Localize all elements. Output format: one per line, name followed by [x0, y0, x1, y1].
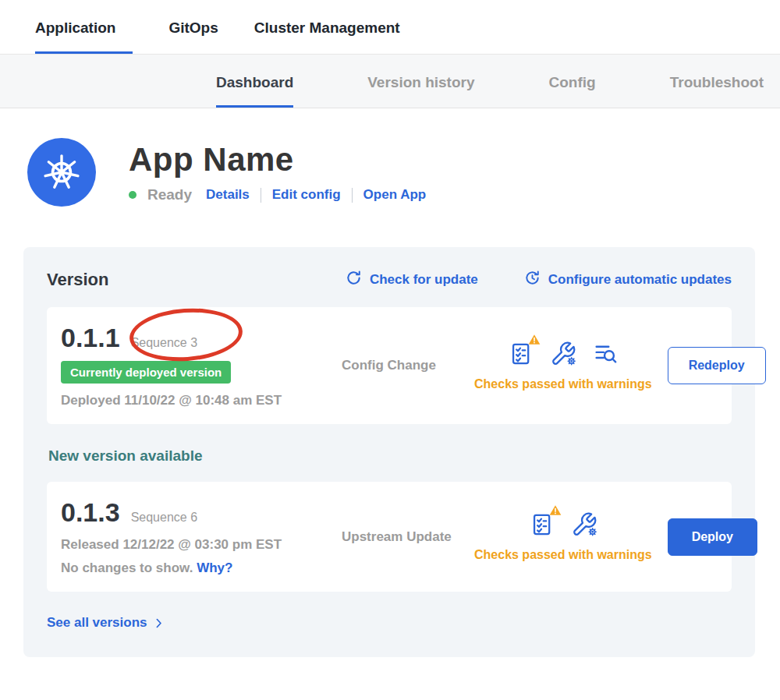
no-changes-line: No changes to show. Why?	[61, 560, 326, 576]
current-change-type: Config Change	[342, 358, 459, 373]
edit-config-link[interactable]: Edit config	[272, 187, 341, 203]
current-checks-status: Checks passed with warnings	[474, 377, 652, 391]
chevron-right-icon	[152, 617, 165, 630]
new-change-type: Upstream Update	[342, 529, 459, 545]
current-version-info: 0.1.1 Sequence 3 Currently deployed vers…	[61, 323, 326, 408]
app-status-row: Ready Details Edit config Open App	[129, 186, 426, 203]
deploy-button[interactable]: Deploy	[668, 518, 757, 556]
app-title-block: App Name Ready Details Edit config Open …	[129, 141, 426, 203]
version-panel: Version Check for update	[23, 247, 755, 657]
new-checks-block: Checks passed with warnings	[474, 511, 652, 562]
current-checks-block: Checks passed with warnings	[474, 341, 652, 391]
tab-cluster-management[interactable]: Cluster Management	[254, 19, 400, 54]
redeploy-button[interactable]: Redeploy	[668, 347, 766, 384]
app-header: App Name Ready Details Edit config Open …	[0, 108, 780, 207]
subtab-dashboard[interactable]: Dashboard	[216, 74, 293, 108]
wrench-gear-icon[interactable]	[550, 341, 576, 367]
current-version-card: 0.1.1 Sequence 3 Currently deployed vers…	[47, 307, 732, 424]
current-version-sequence: Sequence 3	[131, 336, 197, 350]
currently-deployed-badge: Currently deployed version	[61, 361, 231, 384]
tab-gitops[interactable]: GitOps	[168, 19, 218, 54]
app-sub-navigation: Dashboard Version history Config Trouble…	[0, 55, 780, 108]
new-version-info: 0.1.3 Sequence 6 Released 12/12/22 @ 03:…	[61, 497, 326, 576]
current-version-number: 0.1.1	[61, 323, 120, 353]
configure-automatic-updates-label: Configure automatic updates	[548, 272, 732, 288]
released-timestamp: Released 12/12/22 @ 03:30 pm EST	[61, 537, 326, 553]
see-all-versions-label: See all versions	[47, 615, 147, 631]
refresh-icon	[345, 269, 363, 290]
new-version-sequence: Sequence 6	[131, 511, 197, 525]
warning-triangle-icon	[528, 334, 541, 348]
wrench-gear-icon[interactable]	[571, 511, 597, 538]
new-version-available-heading: New version available	[48, 447, 732, 465]
deployed-timestamp: Deployed 11/10/22 @ 10:48 am EST	[61, 393, 326, 408]
details-link[interactable]: Details	[206, 187, 250, 203]
top-navigation: Application GitOps Cluster Management	[0, 0, 780, 55]
subtab-version-history[interactable]: Version history	[367, 74, 474, 108]
warning-triangle-icon	[549, 504, 562, 519]
subtab-config[interactable]: Config	[549, 74, 596, 108]
checklist-warning-icon[interactable]	[529, 511, 555, 538]
version-heading: Version	[47, 270, 108, 290]
link-divider	[261, 188, 261, 203]
link-divider	[352, 188, 353, 203]
clock-refresh-icon	[523, 269, 541, 290]
new-version-number: 0.1.3	[61, 497, 120, 528]
new-version-card: 0.1.3 Sequence 6 Released 12/12/22 @ 03:…	[47, 482, 732, 592]
no-changes-text: No changes to show.	[61, 560, 193, 575]
kubernetes-helm-icon	[27, 138, 96, 207]
new-checks-status: Checks passed with warnings	[474, 548, 652, 562]
ready-status-dot	[129, 191, 136, 199]
page-title: App Name	[129, 141, 426, 179]
open-app-link[interactable]: Open App	[363, 187, 427, 203]
why-link[interactable]: Why?	[197, 560, 232, 575]
list-search-icon[interactable]	[592, 341, 619, 367]
tab-application[interactable]: Application	[35, 19, 133, 54]
status-badge: Ready	[147, 186, 192, 203]
see-all-versions-link[interactable]: See all versions	[47, 615, 165, 631]
version-panel-actions: Check for update Configure automatic upd…	[345, 269, 732, 290]
check-for-update-label: Check for update	[370, 272, 478, 288]
version-panel-header: Version Check for update	[47, 269, 732, 290]
checklist-warning-icon[interactable]	[508, 341, 534, 367]
subtab-troubleshoot[interactable]: Troubleshoot	[670, 74, 764, 108]
check-for-update-button[interactable]: Check for update	[345, 269, 478, 290]
configure-automatic-updates-button[interactable]: Configure automatic updates	[523, 269, 732, 290]
